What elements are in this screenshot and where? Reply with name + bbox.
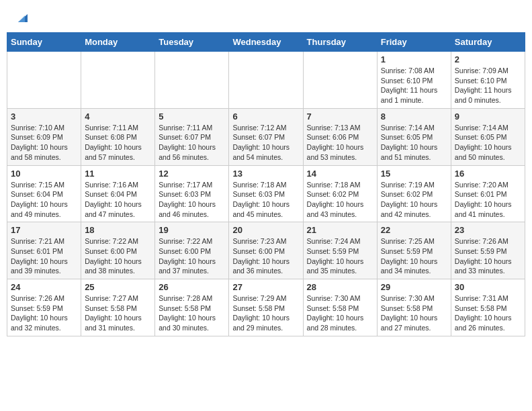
day-info: Sunrise: 7:23 AMSunset: 6:00 PMDaylight:… [232, 236, 299, 276]
calendar-cell: 3Sunrise: 7:10 AMSunset: 6:09 PMDaylight… [7, 108, 81, 165]
calendar-cell: 1Sunrise: 7:08 AMSunset: 6:10 PMDaylight… [377, 52, 451, 109]
day-info: Sunrise: 7:08 AMSunset: 6:10 PMDaylight:… [381, 66, 447, 105]
day-number: 11 [85, 169, 151, 179]
day-info: Sunrise: 7:21 AMSunset: 6:01 PMDaylight:… [11, 236, 77, 276]
calendar-cell: 10Sunrise: 7:15 AMSunset: 6:04 PMDayligh… [7, 165, 81, 222]
calendar-cell: 21Sunrise: 7:24 AMSunset: 5:59 PMDayligh… [303, 222, 377, 279]
calendar-cell: 13Sunrise: 7:18 AMSunset: 6:03 PMDayligh… [229, 165, 303, 222]
day-number: 23 [455, 225, 521, 235]
day-number: 6 [232, 111, 299, 122]
day-info: Sunrise: 7:30 AMSunset: 5:58 PMDaylight:… [307, 293, 373, 333]
day-info: Sunrise: 7:28 AMSunset: 5:58 PMDaylight:… [159, 293, 225, 333]
day-info: Sunrise: 7:20 AMSunset: 6:01 PMDaylight:… [455, 180, 521, 220]
weekday-friday: Friday [377, 33, 451, 52]
day-number: 30 [455, 282, 521, 292]
calendar-table: SundayMondayTuesdayWednesdayThursdayFrid… [7, 32, 525, 336]
day-number: 1 [381, 54, 447, 64]
calendar-week-3: 10Sunrise: 7:15 AMSunset: 6:04 PMDayligh… [7, 165, 525, 222]
day-number: 16 [455, 169, 521, 179]
day-info: Sunrise: 7:31 AMSunset: 5:58 PMDaylight:… [455, 293, 521, 333]
day-number: 3 [11, 111, 77, 122]
day-info: Sunrise: 7:18 AMSunset: 6:02 PMDaylight:… [307, 180, 373, 220]
day-info: Sunrise: 7:24 AMSunset: 5:59 PMDaylight:… [307, 236, 373, 276]
calendar-cell: 22Sunrise: 7:25 AMSunset: 5:59 PMDayligh… [377, 222, 451, 279]
weekday-monday: Monday [81, 33, 155, 52]
calendar-cell [303, 52, 377, 109]
day-number: 28 [307, 282, 373, 292]
day-number: 8 [381, 111, 447, 122]
day-number: 22 [381, 225, 447, 235]
day-number: 20 [232, 225, 299, 235]
svg-marker-1 [18, 15, 25, 22]
day-number: 26 [159, 282, 225, 292]
calendar-cell: 25Sunrise: 7:27 AMSunset: 5:58 PMDayligh… [81, 279, 155, 336]
day-number: 4 [85, 111, 151, 122]
calendar-cell: 19Sunrise: 7:22 AMSunset: 6:00 PMDayligh… [155, 222, 229, 279]
calendar-week-1: 1Sunrise: 7:08 AMSunset: 6:10 PMDaylight… [7, 52, 525, 109]
day-number: 9 [455, 111, 521, 122]
calendar-cell [81, 52, 155, 109]
calendar-cell: 5Sunrise: 7:11 AMSunset: 6:07 PMDaylight… [155, 108, 229, 165]
day-info: Sunrise: 7:12 AMSunset: 6:07 PMDaylight:… [232, 123, 299, 163]
day-number: 25 [85, 282, 151, 292]
calendar-cell [155, 52, 229, 109]
day-info: Sunrise: 7:29 AMSunset: 5:58 PMDaylight:… [232, 293, 299, 333]
day-info: Sunrise: 7:10 AMSunset: 6:09 PMDaylight:… [11, 123, 77, 163]
calendar-cell: 4Sunrise: 7:11 AMSunset: 6:08 PMDaylight… [81, 108, 155, 165]
day-info: Sunrise: 7:26 AMSunset: 5:59 PMDaylight:… [455, 236, 521, 276]
day-info: Sunrise: 7:14 AMSunset: 6:05 PMDaylight:… [381, 123, 447, 163]
day-info: Sunrise: 7:14 AMSunset: 6:05 PMDaylight:… [455, 123, 521, 163]
calendar-cell: 14Sunrise: 7:18 AMSunset: 6:02 PMDayligh… [303, 165, 377, 222]
calendar-cell: 20Sunrise: 7:23 AMSunset: 6:00 PMDayligh… [229, 222, 303, 279]
day-number: 27 [232, 282, 299, 292]
day-info: Sunrise: 7:13 AMSunset: 6:06 PMDaylight:… [307, 123, 373, 163]
day-info: Sunrise: 7:11 AMSunset: 6:07 PMDaylight:… [159, 123, 225, 163]
calendar-cell: 29Sunrise: 7:30 AMSunset: 5:58 PMDayligh… [377, 279, 451, 336]
weekday-header-row: SundayMondayTuesdayWednesdayThursdayFrid… [7, 33, 525, 52]
calendar-cell [7, 52, 81, 109]
calendar-cell: 23Sunrise: 7:26 AMSunset: 5:59 PMDayligh… [451, 222, 525, 279]
weekday-saturday: Saturday [451, 33, 525, 52]
day-number: 14 [307, 169, 373, 179]
day-info: Sunrise: 7:16 AMSunset: 6:04 PMDaylight:… [85, 180, 151, 220]
calendar-cell: 30Sunrise: 7:31 AMSunset: 5:58 PMDayligh… [451, 279, 525, 336]
weekday-tuesday: Tuesday [155, 33, 229, 52]
calendar-cell: 24Sunrise: 7:26 AMSunset: 5:59 PMDayligh… [7, 279, 81, 336]
calendar-cell: 18Sunrise: 7:22 AMSunset: 6:00 PMDayligh… [81, 222, 155, 279]
page-header [7, 7, 525, 26]
day-info: Sunrise: 7:11 AMSunset: 6:08 PMDaylight:… [85, 123, 151, 163]
day-info: Sunrise: 7:17 AMSunset: 6:03 PMDaylight:… [159, 180, 225, 220]
day-number: 12 [159, 169, 225, 179]
day-number: 10 [11, 169, 77, 179]
day-number: 19 [159, 225, 225, 235]
day-number: 15 [381, 169, 447, 179]
calendar-cell: 6Sunrise: 7:12 AMSunset: 6:07 PMDaylight… [229, 108, 303, 165]
day-info: Sunrise: 7:30 AMSunset: 5:58 PMDaylight:… [381, 293, 447, 333]
calendar-week-5: 24Sunrise: 7:26 AMSunset: 5:59 PMDayligh… [7, 279, 525, 336]
day-number: 24 [11, 282, 77, 292]
day-number: 13 [232, 169, 299, 179]
calendar-week-4: 17Sunrise: 7:21 AMSunset: 6:01 PMDayligh… [7, 222, 525, 279]
day-number: 29 [381, 282, 447, 292]
logo [13, 10, 30, 22]
day-info: Sunrise: 7:09 AMSunset: 6:10 PMDaylight:… [455, 66, 521, 105]
day-number: 18 [85, 225, 151, 235]
calendar-week-2: 3Sunrise: 7:10 AMSunset: 6:09 PMDaylight… [7, 108, 525, 165]
calendar-cell [229, 52, 303, 109]
weekday-thursday: Thursday [303, 33, 377, 52]
day-info: Sunrise: 7:25 AMSunset: 5:59 PMDaylight:… [381, 236, 447, 276]
weekday-wednesday: Wednesday [229, 33, 303, 52]
day-info: Sunrise: 7:19 AMSunset: 6:02 PMDaylight:… [381, 180, 447, 220]
day-info: Sunrise: 7:22 AMSunset: 6:00 PMDaylight:… [159, 236, 225, 276]
calendar-cell: 26Sunrise: 7:28 AMSunset: 5:58 PMDayligh… [155, 279, 229, 336]
calendar-cell: 9Sunrise: 7:14 AMSunset: 6:05 PMDaylight… [451, 108, 525, 165]
calendar-cell: 27Sunrise: 7:29 AMSunset: 5:58 PMDayligh… [229, 279, 303, 336]
calendar-cell: 7Sunrise: 7:13 AMSunset: 6:06 PMDaylight… [303, 108, 377, 165]
weekday-sunday: Sunday [7, 33, 81, 52]
calendar-cell: 8Sunrise: 7:14 AMSunset: 6:05 PMDaylight… [377, 108, 451, 165]
logo-icon [15, 10, 30, 25]
calendar-body: 1Sunrise: 7:08 AMSunset: 6:10 PMDaylight… [7, 52, 525, 336]
calendar-cell: 17Sunrise: 7:21 AMSunset: 6:01 PMDayligh… [7, 222, 81, 279]
day-number: 2 [455, 54, 521, 64]
calendar-cell: 15Sunrise: 7:19 AMSunset: 6:02 PMDayligh… [377, 165, 451, 222]
